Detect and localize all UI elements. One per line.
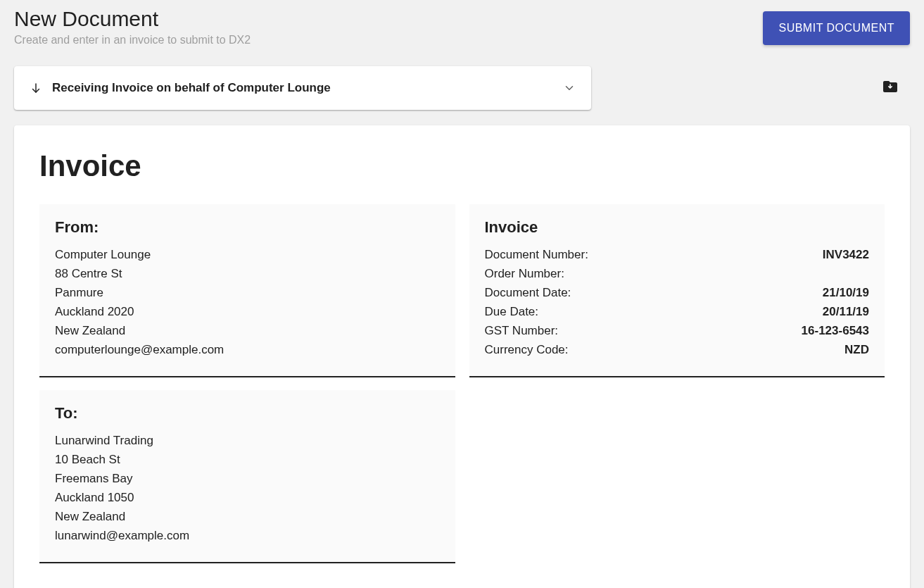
page-title: New Document: [14, 7, 251, 31]
to-suburb: Freemans Bay: [55, 469, 440, 488]
to-email: lunarwind@example.com: [55, 526, 440, 545]
invoice-meta-value: INV3422: [823, 245, 869, 264]
from-panel: From: Computer Lounge 88 Centre St Panmu…: [39, 204, 455, 377]
to-panel: To: Lunarwind Trading 10 Beach St Freema…: [39, 390, 455, 563]
invoice-meta-heading: Invoice: [485, 218, 870, 237]
from-heading: From:: [55, 218, 440, 237]
invoice-meta-value: 20/11/19: [823, 302, 869, 321]
invoice-meta-label: Due Date:: [485, 302, 539, 321]
invoice-meta-row: Due Date:20/11/19: [485, 302, 870, 321]
from-email: computerlounge@example.com: [55, 340, 440, 359]
invoice-meta-label: GST Number:: [485, 321, 559, 340]
arrow-down-icon: [30, 82, 42, 94]
from-city: Auckland 2020: [55, 302, 440, 321]
invoice-meta-label: Currency Code:: [485, 340, 569, 359]
archive-folder-button[interactable]: [882, 78, 899, 98]
invoice-meta-label: Document Number:: [485, 245, 588, 264]
from-country: New Zealand: [55, 321, 440, 340]
from-suburb: Panmure: [55, 283, 440, 302]
invoice-meta-row: GST Number:16-123-6543: [485, 321, 870, 340]
invoice-meta-row: Document Date:21/10/19: [485, 283, 870, 302]
to-name: Lunarwind Trading: [55, 431, 440, 450]
invoice-meta-value: 21/10/19: [823, 283, 869, 302]
dropdown-label: Receiving Invoice on behalf of Computer …: [52, 81, 331, 95]
from-street: 88 Centre St: [55, 264, 440, 283]
invoice-meta-value: 16-123-6543: [802, 321, 869, 340]
submit-document-button[interactable]: SUBMIT DOCUMENT: [763, 11, 910, 45]
invoice-meta-panel: Invoice Document Number:INV3422Order Num…: [469, 204, 885, 377]
folder-download-icon: [882, 78, 899, 95]
from-name: Computer Lounge: [55, 245, 440, 264]
to-city: Auckland 1050: [55, 488, 440, 507]
receiving-on-behalf-dropdown[interactable]: Receiving Invoice on behalf of Computer …: [14, 66, 591, 110]
page-subtitle: Create and enter in an invoice to submit…: [14, 34, 251, 46]
invoice-heading: Invoice: [39, 149, 885, 183]
to-street: 10 Beach St: [55, 450, 440, 469]
to-country: New Zealand: [55, 507, 440, 526]
control-row: Receiving Invoice on behalf of Computer …: [14, 66, 910, 110]
invoice-meta-label: Order Number:: [485, 264, 564, 283]
chevron-down-icon: [563, 82, 576, 94]
invoice-meta-row: Order Number:: [485, 264, 870, 283]
invoice-meta-label: Document Date:: [485, 283, 571, 302]
invoice-meta-row: Currency Code:NZD: [485, 340, 870, 359]
invoice-meta-value: NZD: [844, 340, 869, 359]
invoice-meta-row: Document Number:INV3422: [485, 245, 870, 264]
invoice-card: Invoice From: Computer Lounge 88 Centre …: [14, 125, 910, 588]
page-header: New Document Create and enter in an invo…: [14, 7, 910, 46]
to-heading: To:: [55, 404, 440, 423]
